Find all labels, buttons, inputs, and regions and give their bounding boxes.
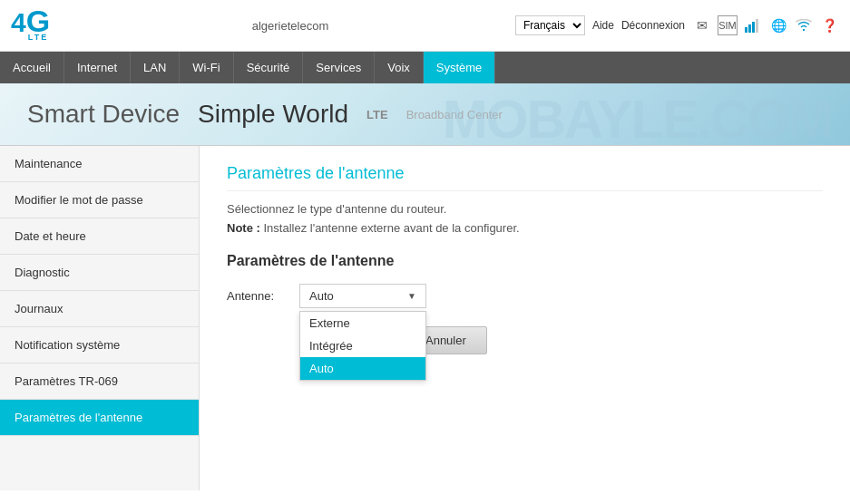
question-icon[interactable]: ❓ <box>819 15 839 35</box>
logout-link[interactable]: Déconnexion <box>621 19 685 32</box>
nav-voix[interactable]: Voix <box>375 52 424 83</box>
antenne-dropdown-list[interactable]: Externe Intégrée Auto <box>299 311 426 381</box>
sidebar-item-antenne[interactable]: Paramètres de l'antenne <box>0 400 199 436</box>
help-link[interactable]: Aide <box>592 19 614 32</box>
header-right: Français English العربية Aide Déconnexio… <box>515 15 839 35</box>
banner: Smart Device Simple World LTE Broadband … <box>0 83 850 146</box>
banner-broadband: Broadband Center <box>406 108 503 121</box>
wifi-icon[interactable] <box>794 15 814 35</box>
antenne-input-area: Auto ▼ Externe Intégrée Auto <box>299 284 426 308</box>
language-select[interactable]: Français English العربية <box>515 15 585 35</box>
svg-rect-1 <box>748 24 751 33</box>
header: 4G LTE algerietelecom Français English ا… <box>0 0 850 52</box>
option-integree[interactable]: Intégrée <box>300 334 425 357</box>
logo: 4G LTE <box>11 5 65 45</box>
sidebar-item-maintenance[interactable]: Maintenance <box>0 146 199 182</box>
svg-rect-3 <box>756 19 758 33</box>
svg-rect-2 <box>752 22 755 33</box>
nav-services[interactable]: Services <box>303 52 375 83</box>
sidebar-item-mot-de-passe[interactable]: Modifier le mot de passe <box>0 182 199 218</box>
nav-systeme[interactable]: Système <box>424 52 496 83</box>
option-externe[interactable]: Externe <box>300 312 425 334</box>
email-icon[interactable]: ✉ <box>692 15 712 35</box>
section-title: Paramètres de l'antenne <box>227 253 823 269</box>
note-text: Installez l'antenne externe avant de la … <box>263 221 519 235</box>
antenne-dropdown-trigger[interactable]: Auto ▼ <box>299 284 426 308</box>
nav-lan[interactable]: LAN <box>131 52 180 83</box>
svg-rect-0 <box>745 27 747 33</box>
sidebar-item-notification[interactable]: Notification système <box>0 327 199 363</box>
content-description: Sélectionnez le type d'antenne du routeu… <box>227 202 823 216</box>
sidebar: Maintenance Modifier le mot de passe Dat… <box>0 146 200 490</box>
globe-icon[interactable]: 🌐 <box>768 15 788 35</box>
nav-securite[interactable]: Sécurité <box>234 52 304 83</box>
antenne-dropdown-wrapper[interactable]: Auto ▼ Externe Intégrée Auto <box>299 284 426 308</box>
banner-smart-device: Smart Device <box>27 100 180 129</box>
nav-internet[interactable]: Internet <box>64 52 131 83</box>
logo-area: 4G LTE <box>11 5 65 45</box>
sidebar-item-tr069[interactable]: Paramètres TR-069 <box>0 363 199 400</box>
signal-icon[interactable] <box>743 15 763 35</box>
sidebar-item-date-heure[interactable]: Date et heure <box>0 218 199 255</box>
header-domain: algerietelecom <box>65 19 515 33</box>
header-icons: ✉ SIM 🌐 ❓ <box>692 15 839 35</box>
usim-icon[interactable]: SIM <box>718 15 738 35</box>
content: Paramètres de l'antenne Sélectionnez le … <box>200 146 850 490</box>
main-area: Maintenance Modifier le mot de passe Dat… <box>0 146 850 490</box>
nav-accueil[interactable]: Accueil <box>0 52 64 83</box>
sidebar-item-diagnostic[interactable]: Diagnostic <box>0 255 199 291</box>
banner-simple-world: Simple World <box>198 100 348 129</box>
chevron-down-icon: ▼ <box>407 291 416 301</box>
content-note: Note : Installez l'antenne externe avant… <box>227 221 823 235</box>
banner-lte: LTE <box>366 108 388 121</box>
page-title: Paramètres de l'antenne <box>227 164 823 191</box>
note-prefix: Note : <box>227 221 260 235</box>
antenne-dropdown-value: Auto <box>309 289 407 303</box>
nav-bar: Accueil Internet LAN Wi-Fi Sécurité Serv… <box>0 52 850 83</box>
antenne-form-row: Antenne: Auto ▼ Externe Intégrée Auto <box>227 284 823 308</box>
option-auto[interactable]: Auto <box>300 357 425 380</box>
sidebar-item-journaux[interactable]: Journaux <box>0 291 199 327</box>
antenne-label: Antenne: <box>227 284 299 303</box>
nav-wifi[interactable]: Wi-Fi <box>180 52 233 83</box>
